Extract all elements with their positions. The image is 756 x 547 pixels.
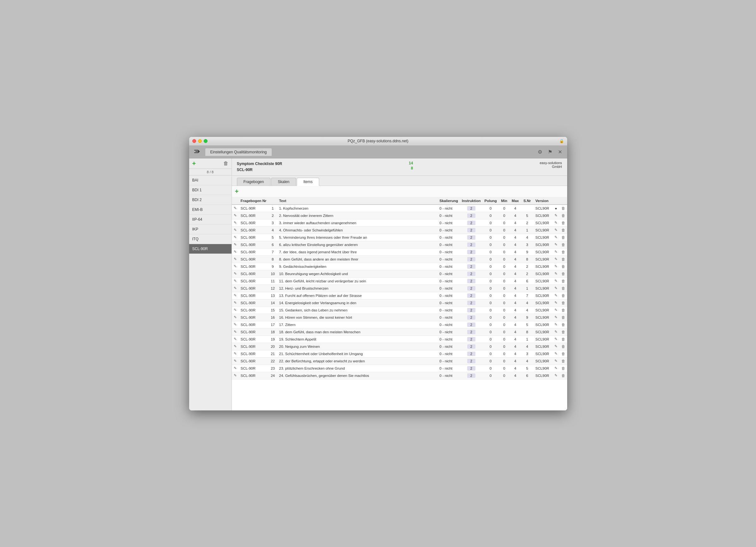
row-edit-button[interactable]: ✎	[553, 248, 560, 256]
row-edit-icon[interactable]: ✎	[232, 270, 239, 277]
row-edit-icon[interactable]: ✎	[232, 205, 239, 212]
row-min: 0	[499, 205, 510, 212]
close-button[interactable]	[192, 139, 196, 143]
row-edit-button[interactable]: ✎	[553, 335, 560, 343]
row-edit-icon[interactable]: ✎	[232, 227, 239, 234]
row-delete-button[interactable]: 🗑	[560, 314, 567, 321]
row-edit-button[interactable]: ✎	[553, 372, 560, 379]
row-delete-button[interactable]: 🗑	[560, 335, 567, 343]
row-edit-icon[interactable]: ✎	[232, 364, 239, 372]
row-delete-button[interactable]: 🗑	[560, 241, 567, 248]
row-edit-button[interactable]: ✎	[553, 328, 560, 335]
sidebar-add-button[interactable]: +	[192, 160, 196, 167]
row-delete-button[interactable]: 🗑	[560, 364, 567, 372]
close-icon[interactable]: ✕	[556, 148, 564, 156]
row-edit-button[interactable]: ✎	[553, 343, 560, 350]
row-edit-button[interactable]: ✎	[553, 292, 560, 299]
row-polung: 0	[483, 270, 499, 277]
row-edit-icon[interactable]: ✎	[232, 350, 239, 357]
sidebar-item-itq[interactable]: ITQ	[189, 234, 232, 244]
row-edit-icon[interactable]: ✎	[232, 321, 239, 328]
row-edit-icon[interactable]: ✎	[232, 314, 239, 321]
row-edit-button[interactable]: ●	[553, 205, 560, 212]
row-min: 0	[499, 241, 510, 248]
row-edit-icon[interactable]: ✎	[232, 299, 239, 306]
settings-icon[interactable]: ⚙	[536, 148, 544, 156]
row-edit-icon[interactable]: ✎	[232, 256, 239, 263]
row-fragebogen: SCL-90R	[239, 314, 269, 321]
row-delete-button[interactable]: 🗑	[560, 277, 567, 284]
flag-icon[interactable]: ⚑	[546, 148, 554, 156]
row-edit-button[interactable]: ✎	[553, 357, 560, 364]
row-delete-button[interactable]: 🗑	[560, 350, 567, 357]
table-row: ✎SCL-90R33. immer wieder auftauchenden u…	[232, 219, 567, 227]
row-edit-button[interactable]: ✎	[553, 270, 560, 277]
row-delete-button[interactable]: 🗑	[560, 372, 567, 379]
row-edit-icon[interactable]: ✎	[232, 248, 239, 256]
row-edit-icon[interactable]: ✎	[232, 219, 239, 227]
sidebar-item-bai[interactable]: BAI	[189, 176, 232, 185]
row-delete-button[interactable]: 🗑	[560, 212, 567, 219]
row-edit-icon[interactable]: ✎	[232, 335, 239, 343]
row-delete-button[interactable]: 🗑	[560, 357, 567, 364]
items-add-button[interactable]: +	[235, 188, 239, 195]
row-edit-button[interactable]: ✎	[553, 234, 560, 241]
row-edit-icon[interactable]: ✎	[232, 212, 239, 219]
row-edit-icon[interactable]: ✎	[232, 263, 239, 270]
row-delete-button[interactable]: 🗑	[560, 234, 567, 241]
row-edit-button[interactable]: ✎	[553, 263, 560, 270]
tab-items[interactable]: Items	[297, 178, 319, 186]
row-edit-button[interactable]: ✎	[553, 277, 560, 284]
row-delete-button[interactable]: 🗑	[560, 343, 567, 350]
row-edit-icon[interactable]: ✎	[232, 284, 239, 292]
row-delete-button[interactable]: 🗑	[560, 292, 567, 299]
row-edit-button[interactable]: ✎	[553, 241, 560, 248]
row-delete-button[interactable]: 🗑	[560, 284, 567, 292]
row-edit-icon[interactable]: ✎	[232, 234, 239, 241]
tab-skalen[interactable]: Skalen	[271, 178, 296, 186]
row-edit-button[interactable]: ✎	[553, 350, 560, 357]
tab-fragebogen[interactable]: Fragebogen	[237, 178, 271, 186]
row-delete-button[interactable]: 🗑	[560, 205, 567, 212]
row-delete-button[interactable]: 🗑	[560, 299, 567, 306]
maximize-button[interactable]	[204, 139, 208, 143]
row-delete-button[interactable]: 🗑	[560, 263, 567, 270]
row-edit-icon[interactable]: ✎	[232, 328, 239, 335]
row-edit-button[interactable]: ✎	[553, 256, 560, 263]
row-delete-button[interactable]: 🗑	[560, 306, 567, 314]
row-edit-icon[interactable]: ✎	[232, 277, 239, 284]
row-delete-button[interactable]: 🗑	[560, 227, 567, 234]
row-edit-button[interactable]: ✎	[553, 314, 560, 321]
row-edit-button[interactable]: ✎	[553, 321, 560, 328]
row-edit-icon[interactable]: ✎	[232, 306, 239, 314]
row-delete-button[interactable]: 🗑	[560, 328, 567, 335]
row-delete-button[interactable]: 🗑	[560, 270, 567, 277]
row-edit-button[interactable]: ✎	[553, 364, 560, 372]
main-tab[interactable]: Einstellungen Qualitätsmonitoring	[205, 148, 272, 156]
minimize-button[interactable]	[198, 139, 202, 143]
row-delete-button[interactable]: 🗑	[560, 321, 567, 328]
row-edit-icon[interactable]: ✎	[232, 357, 239, 364]
sidebar-item-emib[interactable]: EMI-B	[189, 205, 232, 215]
row-edit-button[interactable]: ✎	[553, 284, 560, 292]
row-delete-button[interactable]: 🗑	[560, 219, 567, 227]
row-edit-icon[interactable]: ✎	[232, 372, 239, 379]
sidebar-item-ikp[interactable]: IKP	[189, 225, 232, 234]
row-edit-icon[interactable]: ✎	[232, 241, 239, 248]
row-edit-button[interactable]: ✎	[553, 299, 560, 306]
sidebar-item-bdi2[interactable]: BDI 2	[189, 195, 232, 205]
row-delete-button[interactable]: 🗑	[560, 256, 567, 263]
row-edit-button[interactable]: ✎	[553, 227, 560, 234]
sidebar-delete-button[interactable]: 🗑	[223, 161, 228, 166]
row-edit-icon[interactable]: ✎	[232, 343, 239, 350]
sidebar-item-scl90r[interactable]: SCL-90R	[189, 244, 232, 254]
row-delete-button[interactable]: 🗑	[560, 248, 567, 256]
row-edit-button[interactable]: ✎	[553, 306, 560, 314]
sidebar-item-iip64[interactable]: IIP-64	[189, 215, 232, 225]
shuffle-button[interactable]	[192, 147, 202, 157]
row-edit-button[interactable]: ✎	[553, 219, 560, 227]
row-edit-button[interactable]: ✎	[553, 212, 560, 219]
row-edit-icon[interactable]: ✎	[232, 292, 239, 299]
sidebar-item-bdi1[interactable]: BDI 1	[189, 185, 232, 195]
row-text: 12. Herz- und Brustschmerzen	[277, 284, 437, 292]
